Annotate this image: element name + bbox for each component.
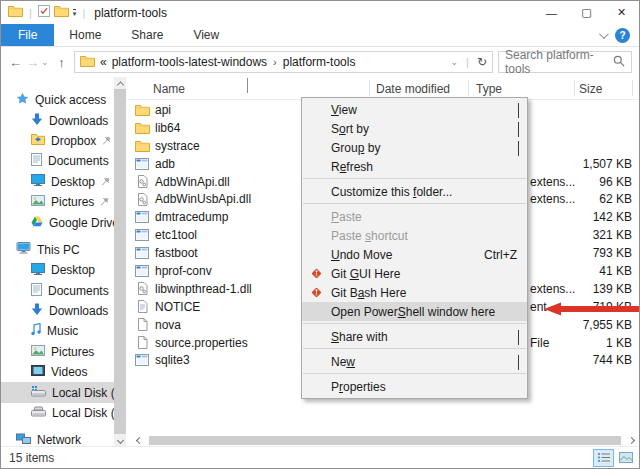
sidebar-item-google-drive[interactable]: Google Drive bbox=[1, 212, 114, 232]
sidebar-item-music[interactable]: Music bbox=[1, 321, 114, 341]
column-header-size[interactable]: Size bbox=[579, 82, 602, 96]
menu-item-view[interactable]: View bbox=[302, 100, 527, 119]
file-name[interactable]: hprof-conv bbox=[155, 264, 212, 278]
file-name[interactable]: NOTICE bbox=[155, 300, 200, 314]
menu-item-git-bash-here[interactable]: Git Bash Here bbox=[302, 283, 527, 302]
tab-view[interactable]: View bbox=[178, 24, 234, 46]
file-name[interactable]: source.properties bbox=[155, 336, 248, 350]
sidebar-item-quick-access[interactable]: Quick access bbox=[1, 90, 114, 110]
tab-home[interactable]: Home bbox=[54, 24, 116, 46]
file-name[interactable]: api bbox=[155, 103, 171, 117]
file-size: 96 KB bbox=[599, 175, 632, 189]
folder-icon[interactable] bbox=[54, 5, 69, 20]
file-size: 719 KB bbox=[593, 300, 632, 314]
address-dropdown-chevron-icon[interactable]: ⌄ bbox=[451, 57, 459, 67]
menu-item-git-gui-here[interactable]: Git GUI Here bbox=[302, 264, 527, 283]
scroll-down-icon[interactable] bbox=[114, 434, 126, 446]
sidebar-item-downloads[interactable]: Downloads bbox=[1, 301, 114, 321]
ribbon-collapse-chevron-icon[interactable] bbox=[599, 29, 609, 39]
divider: | bbox=[466, 56, 469, 68]
sidebar-item-network[interactable]: Network bbox=[1, 430, 114, 446]
sidebar-item-documents[interactable]: Documents bbox=[1, 151, 114, 171]
scroll-up-icon[interactable] bbox=[114, 77, 126, 89]
scrollbar-thumb[interactable] bbox=[114, 89, 126, 434]
sidebar-item-pictures[interactable]: Pictures bbox=[1, 342, 114, 362]
sidebar-item-desktop[interactable]: Desktop bbox=[1, 172, 114, 192]
up-button[interactable]: ↑ bbox=[53, 55, 70, 70]
horizontal-scrollbar[interactable] bbox=[127, 435, 639, 446]
file-name[interactable]: etc1tool bbox=[155, 228, 197, 242]
column-header-type[interactable]: Type bbox=[476, 82, 502, 96]
sidebar-item-videos[interactable]: Videos bbox=[1, 362, 114, 382]
scroll-right-icon[interactable] bbox=[625, 435, 637, 446]
search-icon[interactable] bbox=[613, 55, 625, 70]
thumbnails-view-button[interactable] bbox=[615, 449, 636, 467]
scrollbar-thumb[interactable] bbox=[149, 436, 621, 445]
sidebar-item-downloads[interactable]: Downloads bbox=[1, 110, 114, 130]
file-name[interactable]: AdbWinUsbApi.dll bbox=[155, 192, 251, 206]
network-icon bbox=[16, 433, 31, 446]
column-divider[interactable] bbox=[574, 80, 575, 96]
file-name[interactable]: sqlite3 bbox=[155, 353, 190, 367]
sidebar-item-local-disk-c[interactable]: Local Disk (C:) bbox=[1, 382, 114, 402]
column-header-name[interactable]: Name bbox=[153, 82, 185, 96]
downloads-icon bbox=[31, 303, 43, 319]
scroll-left-icon[interactable] bbox=[133, 435, 145, 446]
address-bar[interactable]: « platform-tools-latest-windows › platfo… bbox=[74, 51, 493, 73]
recent-locations-chevron-icon[interactable]: ⌄ bbox=[41, 57, 53, 67]
column-divider[interactable] bbox=[468, 80, 469, 96]
customize-toolbar-caret-icon[interactable]: ▾ bbox=[73, 9, 77, 17]
back-button[interactable]: ← bbox=[7, 55, 24, 70]
maximize-button[interactable]: ▢ bbox=[569, 1, 604, 24]
menu-item-properties[interactable]: Properties bbox=[302, 377, 527, 396]
breadcrumb-parent-folder[interactable]: platform-tools-latest-windows bbox=[112, 55, 267, 69]
forward-button[interactable]: → bbox=[24, 55, 41, 70]
refresh-icon[interactable]: ↻ bbox=[477, 55, 487, 69]
menu-item-undo-move[interactable]: Undo MoveCtrl+Z bbox=[302, 245, 527, 264]
sidebar-item-documents[interactable]: Documents bbox=[1, 281, 114, 301]
sidebar-item-this-pc[interactable]: This PC bbox=[1, 240, 114, 260]
breadcrumb-ellipsis[interactable]: « bbox=[100, 55, 107, 69]
column-header-date-modified[interactable]: Date modified bbox=[376, 82, 450, 96]
sidebar-scrollbar[interactable] bbox=[114, 77, 126, 446]
file-name[interactable]: lib64 bbox=[155, 121, 180, 135]
sidebar-item-label: Dropbox bbox=[51, 134, 96, 148]
sidebar-item-pictures[interactable]: Pictures bbox=[1, 192, 114, 212]
file-name[interactable]: libwinpthread-1.dll bbox=[155, 282, 252, 296]
file-name[interactable]: adb bbox=[155, 157, 175, 171]
breadcrumb-current-folder[interactable]: platform-tools bbox=[283, 55, 356, 69]
menu-item-label: Git GUI Here bbox=[331, 267, 400, 281]
minimize-button[interactable]: — bbox=[534, 1, 569, 24]
menu-item-group-by[interactable]: Group by bbox=[302, 138, 527, 157]
details-view-button[interactable] bbox=[593, 449, 614, 467]
sidebar-item-dropbox[interactable]: Dropbox bbox=[1, 131, 114, 151]
file-name[interactable]: systrace bbox=[155, 139, 200, 153]
menu-item-customize-this-folder[interactable]: Customize this folder... bbox=[302, 182, 527, 201]
folder-icon bbox=[80, 55, 95, 70]
close-button[interactable]: ✕ bbox=[604, 1, 639, 24]
properties-check-icon[interactable] bbox=[38, 5, 50, 20]
sort-ascending-icon bbox=[247, 78, 248, 92]
file-type: extens... bbox=[530, 192, 575, 206]
dll-icon bbox=[134, 193, 150, 206]
tab-file[interactable]: File bbox=[1, 24, 54, 46]
menu-item-open-powershell-window-here[interactable]: Open PowerShell window here bbox=[302, 302, 527, 321]
column-divider[interactable] bbox=[369, 80, 370, 96]
help-icon[interactable]: ? bbox=[615, 28, 630, 43]
menu-item-sort-by[interactable]: Sort by bbox=[302, 119, 527, 138]
file-name[interactable]: nova bbox=[155, 318, 181, 332]
file-name[interactable]: AdbWinApi.dll bbox=[155, 175, 230, 189]
sidebar-item-desktop[interactable]: Desktop bbox=[1, 260, 114, 280]
sidebar-item-local-disk-d[interactable]: Local Disk (D:) bbox=[1, 403, 114, 423]
column-divider[interactable] bbox=[632, 80, 633, 96]
menu-item-share-with[interactable]: Share with bbox=[302, 327, 527, 346]
menu-item-refresh[interactable]: Refresh bbox=[302, 157, 527, 176]
breadcrumb-separator-icon[interactable]: › bbox=[272, 56, 278, 68]
pin-icon bbox=[102, 134, 112, 148]
file-size: 321 KB bbox=[593, 228, 632, 242]
file-name[interactable]: dmtracedump bbox=[155, 210, 228, 224]
file-name[interactable]: fastboot bbox=[155, 246, 198, 260]
search-input[interactable]: Search platform-tools bbox=[498, 51, 632, 73]
menu-item-new[interactable]: New bbox=[302, 352, 527, 371]
tab-share[interactable]: Share bbox=[116, 24, 178, 46]
